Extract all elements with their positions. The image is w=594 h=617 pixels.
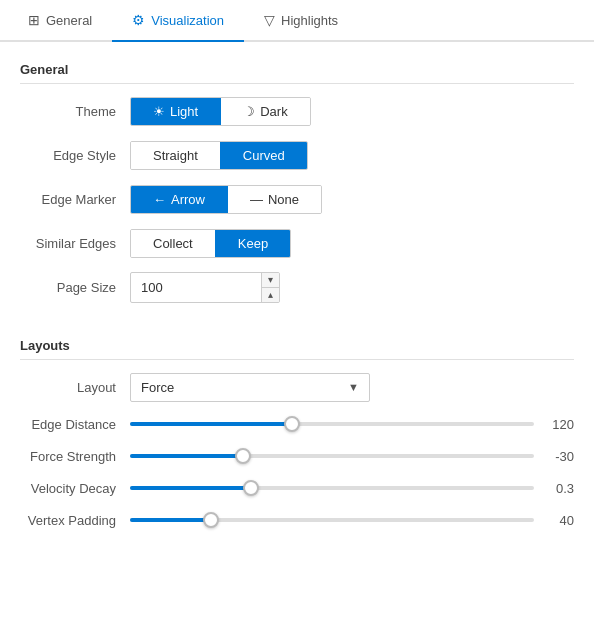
theme-light-label: Light xyxy=(170,104,198,119)
slider-value-vertex-padding: 40 xyxy=(534,513,574,528)
dropdown-arrow-icon: ▼ xyxy=(348,381,359,393)
slider-thumb-velocity-decay[interactable] xyxy=(243,480,259,496)
sliders-container: Edge Distance120Force Strength-30Velocit… xyxy=(20,414,574,530)
slider-wrapper-edge-distance[interactable] xyxy=(130,414,534,434)
edge-style-row: Edge Style Straight Curved xyxy=(20,138,574,172)
layout-dropdown[interactable]: Force ▼ xyxy=(130,373,370,402)
slider-row-force-strength: Force Strength-30 xyxy=(20,446,574,466)
theme-btn-group: ☀ Light ☽ Dark xyxy=(130,97,311,126)
page-size-label: Page Size xyxy=(20,280,130,295)
slider-row-vertex-padding: Vertex Padding40 xyxy=(20,510,574,530)
slider-fill-force-strength xyxy=(130,454,243,458)
layout-label: Layout xyxy=(20,380,130,395)
slider-thumb-force-strength[interactable] xyxy=(235,448,251,464)
edge-marker-row: Edge Marker ← Arrow — None xyxy=(20,182,574,216)
layouts-section: Layouts Layout Force ▼ Edge Distance120F… xyxy=(0,318,594,546)
slider-value-velocity-decay: 0.3 xyxy=(534,481,574,496)
tab-highlights[interactable]: ▽ Highlights xyxy=(244,0,358,42)
light-icon: ☀ xyxy=(153,104,165,119)
general-section-title: General xyxy=(20,54,574,84)
visualization-icon: ⚙ xyxy=(132,12,145,28)
similar-edges-control: Collect Keep xyxy=(130,229,574,258)
edge-style-label: Edge Style xyxy=(20,148,130,163)
slider-wrapper-vertex-padding[interactable] xyxy=(130,510,534,530)
edge-marker-control: ← Arrow — None xyxy=(130,185,574,214)
theme-dark-label: Dark xyxy=(260,104,287,119)
layouts-section-title: Layouts xyxy=(20,330,574,360)
tab-general[interactable]: ⊞ General xyxy=(8,0,112,42)
page-size-down-btn[interactable]: ▾ xyxy=(262,273,279,288)
slider-thumb-vertex-padding[interactable] xyxy=(203,512,219,528)
edge-style-straight-btn[interactable]: Straight xyxy=(131,142,220,169)
page-size-control: ▾ ▴ xyxy=(130,272,574,303)
slider-fill-edge-distance xyxy=(130,422,292,426)
edge-marker-none-btn[interactable]: — None xyxy=(227,186,321,213)
similar-edges-label: Similar Edges xyxy=(20,236,130,251)
theme-light-btn[interactable]: ☀ Light xyxy=(131,98,220,125)
none-dash-icon: — xyxy=(250,192,263,207)
tab-general-label: General xyxy=(46,13,92,28)
page-size-wrapper: ▾ ▴ xyxy=(130,272,280,303)
theme-label: Theme xyxy=(20,104,130,119)
slider-value-force-strength: -30 xyxy=(534,449,574,464)
arrow-icon: ← xyxy=(153,192,166,207)
theme-control: ☀ Light ☽ Dark xyxy=(130,97,574,126)
slider-label-velocity-decay: Velocity Decay xyxy=(20,481,130,496)
similar-edges-btn-group: Collect Keep xyxy=(130,229,291,258)
edge-curved-label: Curved xyxy=(243,148,285,163)
layout-control: Force ▼ xyxy=(130,373,574,402)
slider-wrapper-force-strength[interactable] xyxy=(130,446,534,466)
slider-row-edge-distance: Edge Distance120 xyxy=(20,414,574,434)
layout-value: Force xyxy=(141,380,174,395)
edge-marker-label: Edge Marker xyxy=(20,192,130,207)
page-size-input[interactable] xyxy=(131,274,261,301)
slider-wrapper-velocity-decay[interactable] xyxy=(130,478,534,498)
slider-fill-velocity-decay xyxy=(130,486,251,490)
edge-marker-arrow-btn[interactable]: ← Arrow xyxy=(131,186,227,213)
tab-highlights-label: Highlights xyxy=(281,13,338,28)
general-icon: ⊞ xyxy=(28,12,40,28)
edge-style-curved-btn[interactable]: Curved xyxy=(220,142,307,169)
edge-style-btn-group: Straight Curved xyxy=(130,141,308,170)
similar-edges-keep-btn[interactable]: Keep xyxy=(215,230,290,257)
edge-none-label: None xyxy=(268,192,299,207)
slider-value-edge-distance: 120 xyxy=(534,417,574,432)
slider-label-force-strength: Force Strength xyxy=(20,449,130,464)
collect-label: Collect xyxy=(153,236,193,251)
theme-row: Theme ☀ Light ☽ Dark xyxy=(20,94,574,128)
page-size-spinners: ▾ ▴ xyxy=(261,273,279,302)
slider-fill-vertex-padding xyxy=(130,518,211,522)
page-size-row: Page Size ▾ ▴ xyxy=(20,270,574,304)
layout-row: Layout Force ▼ xyxy=(20,370,574,404)
similar-edges-collect-btn[interactable]: Collect xyxy=(131,230,215,257)
page-size-up-btn[interactable]: ▴ xyxy=(262,288,279,302)
highlights-icon: ▽ xyxy=(264,12,275,28)
tab-bar: ⊞ General ⚙ Visualization ▽ Highlights xyxy=(0,0,594,42)
theme-dark-btn[interactable]: ☽ Dark xyxy=(220,98,309,125)
keep-label: Keep xyxy=(238,236,268,251)
edge-marker-btn-group: ← Arrow — None xyxy=(130,185,322,214)
similar-edges-row: Similar Edges Collect Keep xyxy=(20,226,574,260)
slider-row-velocity-decay: Velocity Decay0.3 xyxy=(20,478,574,498)
edge-straight-label: Straight xyxy=(153,148,198,163)
edge-style-control: Straight Curved xyxy=(130,141,574,170)
tab-visualization-label: Visualization xyxy=(151,13,224,28)
general-section: General Theme ☀ Light ☽ Dark Edge Style … xyxy=(0,42,594,318)
slider-label-vertex-padding: Vertex Padding xyxy=(20,513,130,528)
slider-thumb-edge-distance[interactable] xyxy=(284,416,300,432)
tab-visualization[interactable]: ⚙ Visualization xyxy=(112,0,244,42)
slider-label-edge-distance: Edge Distance xyxy=(20,417,130,432)
dark-icon: ☽ xyxy=(243,104,255,119)
edge-arrow-label: Arrow xyxy=(171,192,205,207)
